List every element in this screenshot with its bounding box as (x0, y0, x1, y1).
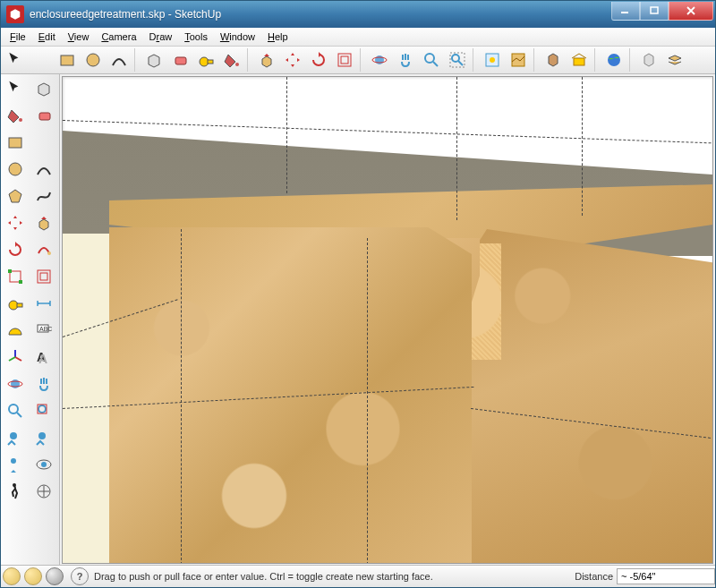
svg-rect-4 (175, 57, 186, 64)
photo-textures[interactable] (541, 47, 566, 72)
paint-bucket-tool[interactable] (3, 103, 28, 128)
window-title: enclosureedgetreatment.skp - SketchUp (30, 8, 611, 21)
make-component[interactable] (141, 47, 166, 72)
geo-location-icon[interactable] (3, 567, 21, 585)
offset-tool[interactable] (31, 264, 56, 289)
svg-point-19 (608, 54, 620, 66)
eraser-tool[interactable] (31, 103, 56, 128)
svg-point-23 (9, 163, 21, 175)
offset-tool[interactable] (332, 47, 357, 72)
zoom-window-tool[interactable] (31, 398, 56, 423)
add-location[interactable] (480, 47, 505, 72)
model-front-face (109, 227, 472, 563)
guide-line (367, 238, 368, 564)
svg-point-39 (9, 405, 18, 413)
help-icon[interactable]: ? (71, 567, 89, 585)
3d-warehouse[interactable] (567, 47, 592, 72)
3d-text-tool[interactable]: AA (31, 345, 56, 370)
menu-camera[interactable]: Camera (96, 30, 141, 44)
measurement-input[interactable] (617, 568, 715, 584)
arc-tool[interactable] (107, 47, 132, 72)
rectangle-tool[interactable] (3, 130, 28, 155)
axes-tool[interactable] (3, 345, 28, 370)
move-tool[interactable] (280, 47, 305, 72)
menu-help[interactable]: Help (262, 30, 294, 44)
titlebar[interactable]: enclosureedgetreatment.skp - SketchUp (1, 1, 715, 28)
svg-rect-29 (38, 270, 50, 283)
svg-point-20 (19, 118, 22, 122)
layers-button[interactable] (662, 47, 687, 72)
svg-point-44 (11, 458, 16, 464)
menu-file[interactable]: File (4, 30, 31, 44)
paint-bucket-tool[interactable] (219, 47, 244, 72)
tape-measure-tool[interactable] (193, 47, 218, 72)
guide-line (286, 77, 287, 193)
menu-view[interactable]: View (63, 30, 95, 44)
text-tool[interactable]: ABC (31, 318, 56, 343)
maximize-button[interactable] (640, 2, 669, 21)
orbit-tool[interactable] (367, 47, 392, 72)
dimension-tool[interactable] (31, 291, 56, 316)
polygon-tool[interactable] (3, 183, 28, 209)
model-left-face (63, 234, 111, 563)
rotate-tool[interactable] (3, 237, 28, 262)
position-camera-tool[interactable] (3, 452, 28, 477)
svg-marker-24 (9, 190, 21, 202)
svg-rect-27 (8, 269, 12, 273)
separator (360, 48, 364, 72)
svg-point-40 (38, 405, 46, 413)
zoom-tool[interactable] (419, 47, 444, 72)
pan-tool[interactable] (393, 47, 418, 72)
look-around-tool[interactable] (31, 452, 56, 477)
minimize-button[interactable] (611, 2, 640, 21)
extension-warehouse[interactable] (636, 47, 661, 72)
eraser-tool[interactable] (167, 47, 192, 72)
guide-line (456, 77, 457, 220)
rotate-tool[interactable] (306, 47, 331, 72)
menu-tools[interactable]: Tools (179, 30, 213, 44)
follow-me-tool[interactable] (31, 237, 56, 262)
arc-tool[interactable] (31, 157, 56, 182)
zoom-extents-tool[interactable] (445, 47, 470, 72)
svg-rect-9 (341, 56, 348, 64)
svg-point-13 (452, 55, 459, 62)
freehand-tool[interactable] (31, 183, 56, 209)
pan-tool[interactable] (31, 371, 56, 396)
svg-rect-30 (40, 273, 47, 280)
select-tool[interactable] (3, 47, 28, 72)
separator (594, 48, 599, 72)
claim-credit-icon[interactable] (46, 567, 64, 585)
close-button[interactable] (669, 2, 713, 21)
line-tool[interactable]: stroke="#c33" stroke-width="3" (29, 47, 54, 72)
next-view-tool[interactable] (31, 425, 56, 450)
zoom-tool[interactable] (3, 398, 28, 423)
viewport-3d[interactable] (62, 76, 713, 564)
menu-window[interactable]: Window (215, 30, 260, 44)
svg-point-7 (235, 63, 239, 66)
workspace: stroke="#c33" stroke-width="3"ABCAA (1, 74, 715, 566)
move-tool[interactable] (3, 210, 28, 235)
line-tool[interactable]: stroke="#c33" stroke-width="3" (31, 130, 56, 155)
previous-view-tool[interactable] (3, 425, 28, 450)
menu-draw[interactable]: Draw (144, 30, 178, 44)
preview-google-earth[interactable] (601, 47, 626, 72)
section-plane-tool[interactable] (31, 479, 56, 504)
menu-edit[interactable]: Edit (33, 30, 61, 44)
make-component[interactable] (31, 76, 56, 101)
push-pull-tool[interactable] (254, 47, 279, 72)
circle-tool[interactable] (81, 47, 106, 72)
svg-rect-6 (208, 60, 213, 64)
scale-tool[interactable] (3, 264, 28, 289)
circle-tool[interactable] (3, 157, 28, 182)
select-tool[interactable] (3, 76, 28, 101)
toolbar-left: stroke="#c33" stroke-width="3"ABCAA (1, 74, 60, 566)
svg-point-25 (47, 251, 51, 255)
protractor-tool[interactable] (3, 318, 28, 343)
toggle-terrain[interactable] (506, 47, 531, 72)
walk-tool[interactable] (3, 479, 28, 504)
push-pull-tool[interactable] (31, 210, 56, 235)
orbit-tool[interactable] (3, 371, 28, 396)
tape-measure-tool[interactable] (3, 291, 28, 316)
rectangle-tool[interactable] (55, 47, 80, 72)
credits-icon[interactable] (24, 567, 42, 585)
